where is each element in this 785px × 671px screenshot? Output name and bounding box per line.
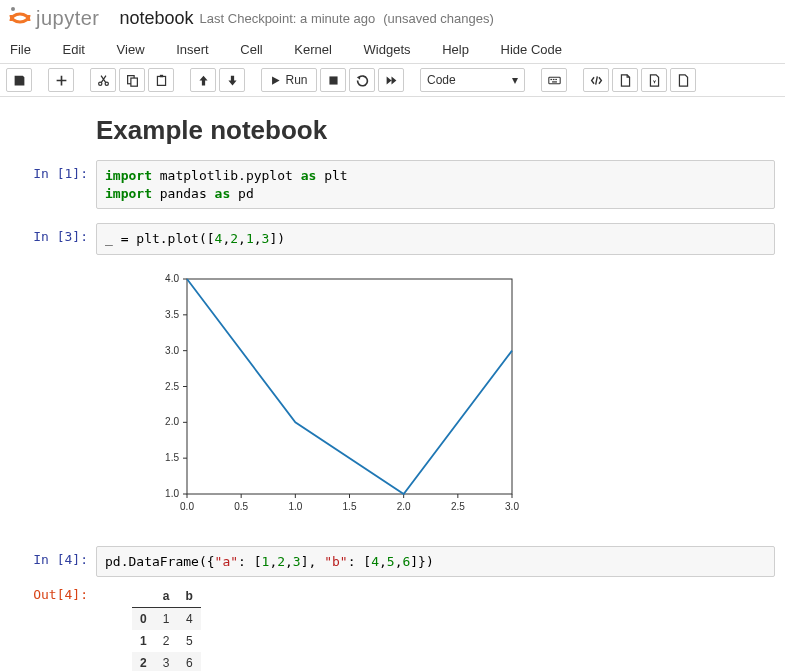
svg-text:1.0: 1.0	[288, 501, 302, 512]
svg-text:3.0: 3.0	[505, 501, 519, 512]
code-cell[interactable]: In [3]: _ = plt.plot([4,2,1,3])	[0, 221, 785, 257]
interrupt-button[interactable]	[320, 68, 346, 92]
in-prompt: In [1]:	[0, 160, 96, 209]
svg-text:0.0: 0.0	[180, 501, 194, 512]
add-cell-button[interactable]	[48, 68, 74, 92]
svg-text:1.0: 1.0	[165, 488, 179, 499]
code-icon	[590, 74, 603, 87]
cell-type-select[interactable]: Code▾	[420, 68, 525, 92]
svg-rect-10	[552, 78, 554, 79]
svg-text:1.5: 1.5	[343, 501, 357, 512]
move-up-button[interactable]	[190, 68, 216, 92]
menu-insert[interactable]: Insert	[176, 42, 209, 57]
menu-help[interactable]: Help	[442, 42, 469, 57]
toolbar: Run Code▾	[0, 64, 785, 97]
svg-point-1	[98, 82, 101, 85]
svg-rect-4	[130, 78, 137, 86]
file-blank-icon	[677, 74, 690, 87]
svg-text:2.5: 2.5	[165, 380, 179, 391]
svg-text:2.0: 2.0	[397, 501, 411, 512]
jupyter-icon	[8, 6, 32, 30]
fast-forward-icon	[385, 74, 398, 87]
svg-text:3.0: 3.0	[165, 344, 179, 355]
cut-button[interactable]	[90, 68, 116, 92]
output-cell: Out[4]: ab014125236	[0, 579, 785, 671]
menu-kernel[interactable]: Kernel	[294, 42, 332, 57]
copy-button[interactable]	[119, 68, 145, 92]
svg-rect-11	[555, 78, 557, 79]
in-prompt: In [3]:	[0, 223, 96, 255]
svg-text:1.5: 1.5	[165, 452, 179, 463]
svg-rect-5	[157, 76, 165, 85]
file-pdf-icon	[648, 74, 661, 87]
notebook-title[interactable]: notebook	[120, 8, 194, 29]
markdown-cell[interactable]: Example notebook	[0, 107, 785, 158]
move-down-button[interactable]	[219, 68, 245, 92]
code-cell[interactable]: In [4]: pd.DataFrame({"a": [1,2,3], "b":…	[0, 544, 785, 580]
run-all-button[interactable]	[378, 68, 404, 92]
svg-rect-9	[550, 78, 552, 79]
svg-text:0.5: 0.5	[234, 501, 248, 512]
markdown-heading: Example notebook	[96, 115, 775, 146]
menu-view[interactable]: View	[117, 42, 145, 57]
menu-edit[interactable]: Edit	[63, 42, 85, 57]
code-input[interactable]: import matplotlib.pyplot as plt import p…	[96, 160, 775, 209]
svg-text:3.5: 3.5	[165, 308, 179, 319]
header: jupyter notebook Last Checkpoint: a minu…	[0, 0, 785, 32]
menu-widgets[interactable]: Widgets	[364, 42, 411, 57]
copy-icon	[126, 74, 139, 87]
unsaved-text: (unsaved changes)	[383, 11, 494, 26]
arrow-down-icon	[226, 74, 239, 87]
download-html-button[interactable]	[670, 68, 696, 92]
menu-cell[interactable]: Cell	[240, 42, 262, 57]
keyboard-icon	[548, 74, 561, 87]
checkpoint-text: Last Checkpoint: a minute ago	[200, 11, 376, 26]
in-prompt: In [4]:	[0, 546, 96, 578]
paste-button[interactable]	[148, 68, 174, 92]
output-cell: 0.00.51.01.52.02.53.01.01.52.02.53.03.54…	[0, 257, 785, 544]
svg-rect-12	[552, 81, 557, 82]
download-pdf-button[interactable]	[641, 68, 667, 92]
restart-button[interactable]	[349, 68, 375, 92]
cut-icon	[97, 74, 110, 87]
dataframe-table: ab014125236	[132, 585, 201, 671]
svg-text:2.0: 2.0	[165, 416, 179, 427]
file-icon	[619, 74, 632, 87]
code-cell[interactable]: In [1]: import matplotlib.pyplot as plt …	[0, 158, 785, 211]
paste-icon	[155, 74, 168, 87]
code-input[interactable]: pd.DataFrame({"a": [1,2,3], "b": [4,5,6]…	[96, 546, 775, 578]
jupyter-logo[interactable]: jupyter	[8, 6, 100, 30]
svg-rect-6	[159, 74, 162, 76]
code-button[interactable]	[583, 68, 609, 92]
menubar: File Edit View Insert Cell Kernel Widget…	[0, 36, 785, 64]
code-input[interactable]: _ = plt.plot([4,2,1,3])	[96, 223, 775, 255]
menu-hide-code[interactable]: Hide Code	[501, 42, 562, 57]
restart-icon	[356, 74, 369, 87]
svg-text:2.5: 2.5	[451, 501, 465, 512]
play-icon	[270, 75, 281, 86]
svg-rect-13	[187, 279, 512, 494]
menu-file[interactable]: File	[10, 42, 31, 57]
chevron-down-icon: ▾	[512, 73, 518, 87]
svg-text:4.0: 4.0	[165, 273, 179, 284]
stop-icon	[327, 74, 340, 87]
notebook-content: Example notebook In [1]: import matplotl…	[0, 97, 785, 671]
plus-icon	[55, 74, 68, 87]
out-prompt: Out[4]:	[0, 581, 96, 671]
plot-output: 0.00.51.01.52.02.53.01.01.52.02.53.03.54…	[96, 259, 775, 542]
arrow-up-icon	[197, 74, 210, 87]
command-palette-button[interactable]	[541, 68, 567, 92]
run-button[interactable]: Run	[261, 68, 317, 92]
dataframe-output: ab014125236	[96, 581, 775, 671]
svg-rect-7	[329, 76, 337, 84]
save-icon	[13, 74, 26, 87]
svg-point-2	[105, 82, 108, 85]
jupyter-brand: jupyter	[36, 7, 100, 30]
svg-rect-8	[548, 77, 559, 84]
save-button[interactable]	[6, 68, 32, 92]
download-button[interactable]	[612, 68, 638, 92]
svg-point-0	[11, 7, 15, 11]
line-chart: 0.00.51.01.52.02.53.01.01.52.02.53.03.54…	[132, 269, 527, 529]
